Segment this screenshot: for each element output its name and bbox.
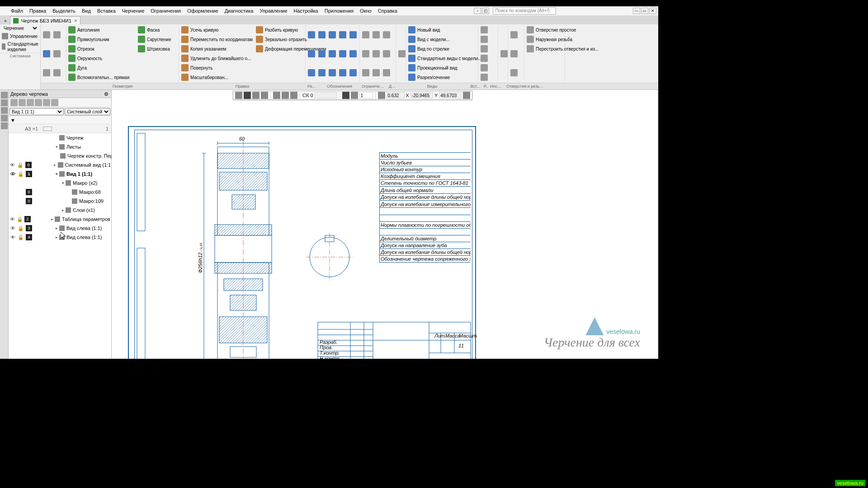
mode-select[interactable]: Черчение — [2, 25, 38, 31]
ins-btn-5[interactable] — [479, 63, 489, 72]
ctx-btn-5[interactable] — [273, 92, 280, 99]
dim-btn-11[interactable] — [307, 63, 316, 82]
new-tab-button[interactable]: + — [2, 17, 9, 24]
menu-help[interactable]: Справка — [375, 7, 400, 14]
tab-close-icon[interactable]: × — [74, 18, 77, 24]
menu-window[interactable]: Окно — [357, 7, 374, 14]
dim-btn-15[interactable] — [348, 63, 358, 82]
tree-node[interactable]: Чертеж констр. Перв — [9, 151, 111, 160]
trim-button[interactable]: Усечь кривую — [180, 25, 254, 34]
wc-icon1[interactable]: ▫ — [474, 8, 481, 14]
std-parts-button[interactable]: Стандартные изделия — [0, 40, 40, 53]
constr-btn-8[interactable] — [371, 63, 381, 82]
maximize-button[interactable]: ▭ — [641, 8, 648, 14]
rotate-button[interactable]: Повернуть — [180, 63, 254, 72]
undo-button[interactable] — [52, 44, 62, 63]
dim-btn-14[interactable] — [338, 63, 348, 82]
filter-icon[interactable]: ▼ — [10, 117, 16, 123]
menu-design[interactable]: Оформление — [184, 7, 221, 14]
arc-button[interactable]: Дуга — [67, 63, 136, 72]
eyedropper-icon[interactable] — [463, 92, 470, 99]
tree-node[interactable]: 0Макро:68 — [9, 188, 111, 197]
auxline-button[interactable]: Вспомогательн... прямая — [67, 73, 136, 82]
ins-btn-4[interactable] — [479, 54, 489, 63]
reports-btn[interactable] — [499, 25, 509, 82]
arrow-view-button[interactable]: Вид по стрелке — [407, 44, 483, 53]
std-views-button[interactable]: Стандартные виды с модели... — [407, 54, 483, 63]
dock-icon-1[interactable] — [1, 92, 8, 99]
constr-btn-4[interactable] — [361, 44, 371, 63]
thread-ext-button[interactable]: Наружная резьба — [525, 35, 600, 44]
menu-select[interactable]: Выделить — [50, 7, 78, 14]
sbtool-5[interactable] — [43, 99, 50, 106]
tools-btn-1[interactable] — [509, 25, 519, 44]
menu-diagnostics[interactable]: Диагностика — [222, 7, 256, 14]
dim-btn-7[interactable] — [317, 44, 327, 63]
ctx-snapangle-icon[interactable] — [342, 92, 349, 99]
ctx-pen-icon[interactable] — [244, 92, 251, 99]
rect-button[interactable]: Прямоугольник — [67, 35, 136, 44]
ctx-ortho-icon[interactable] — [351, 92, 358, 99]
drawing-sheet[interactable]: 60 Ф256h12₋₀,₂₅ Модульm4Число зубьевz30И… — [128, 126, 476, 359]
dim-btn-3[interactable] — [327, 25, 337, 44]
tools-btn-2[interactable] — [509, 44, 519, 63]
proj-view-button[interactable]: Проекционный вид — [407, 63, 483, 72]
menu-view[interactable]: Вид — [79, 7, 94, 14]
extend-button[interactable]: Удлинить до ближайшего о... — [180, 54, 254, 63]
minimize-button[interactable]: — — [633, 8, 640, 14]
menu-apps[interactable]: Приложения — [322, 7, 356, 14]
ctx-layers-icon[interactable] — [235, 92, 242, 99]
menu-constraints[interactable]: Ограничения — [148, 7, 184, 14]
constr-btn-3[interactable] — [382, 25, 392, 44]
dock-icon-5[interactable] — [1, 122, 8, 129]
autoline-button[interactable]: Автолиния — [67, 25, 136, 34]
sbtool-4[interactable] — [35, 99, 42, 106]
scale-value[interactable] — [387, 92, 405, 99]
canvas[interactable]: СК 0 X Y — [112, 90, 658, 359]
new-button[interactable] — [42, 25, 52, 44]
num-input[interactable] — [359, 92, 373, 99]
menu-drawing[interactable]: Черчение — [119, 7, 147, 14]
manage-button[interactable]: Управление — [0, 32, 40, 40]
menu-manage[interactable]: Управление — [257, 7, 290, 14]
ck-value[interactable] — [315, 92, 337, 99]
gear-icon[interactable]: ⚙ — [104, 91, 109, 97]
tree-node[interactable]: ▾Макро (x2) — [9, 178, 111, 188]
sbtool-2[interactable] — [19, 99, 26, 106]
dim-btn-13[interactable] — [327, 63, 337, 82]
constr-btn-2[interactable] — [371, 25, 381, 44]
tree-node[interactable]: 👁🔒1▾Вид 1 (1:1) — [9, 169, 111, 178]
tree-node[interactable]: 👁🔒4▸Вид слева (1:1) — [9, 233, 111, 242]
ins-btn-1[interactable] — [479, 25, 489, 34]
model-view-button[interactable]: Вид с модели... — [407, 35, 483, 44]
constr-btn-5[interactable] — [371, 44, 381, 63]
move-button[interactable]: Переместить по координатам — [180, 35, 254, 44]
tree-node[interactable]: 👁🔒0▸Системный вид (1:1) — [9, 160, 111, 169]
fillet-button[interactable]: Скругление — [137, 35, 178, 44]
ins-btn-2[interactable] — [479, 35, 489, 44]
section-button[interactable]: Разрез/сечение — [407, 73, 483, 82]
ins-btn-3[interactable] — [479, 44, 489, 53]
constr-btn-6[interactable] — [382, 44, 392, 63]
wc-icon2[interactable]: ◰ — [482, 8, 489, 14]
ctx-btn-4[interactable] — [261, 92, 268, 99]
document-tab[interactable]: Чертеж БЕЗ ИМЕНИ1 × — [10, 16, 80, 24]
layer-select[interactable]: Системный слой — [65, 108, 110, 115]
dock-icon-3[interactable] — [1, 107, 8, 114]
sbtool-6[interactable] — [51, 99, 58, 106]
ins-btn-6[interactable] — [479, 73, 489, 82]
menu-insert[interactable]: Вставка — [94, 7, 118, 14]
circle-button[interactable]: Окружность — [67, 54, 136, 63]
tree-node[interactable]: ▾Листы — [9, 142, 111, 151]
dock-icon-2[interactable] — [1, 99, 8, 106]
tree-node[interactable]: 0Макро:109 — [9, 197, 111, 206]
tools-btn-3[interactable] — [509, 63, 519, 82]
dim-btn-8[interactable] — [327, 44, 337, 63]
segment-button[interactable]: Отрезок — [67, 44, 136, 53]
constr-btn-7[interactable] — [361, 63, 371, 82]
redo-button[interactable] — [42, 63, 52, 82]
dim-btn-10[interactable] — [348, 44, 358, 63]
sbtool-3[interactable] — [27, 99, 34, 106]
scale-button[interactable]: Масштабирован... — [180, 73, 254, 82]
dim-btn-4[interactable] — [338, 25, 348, 44]
